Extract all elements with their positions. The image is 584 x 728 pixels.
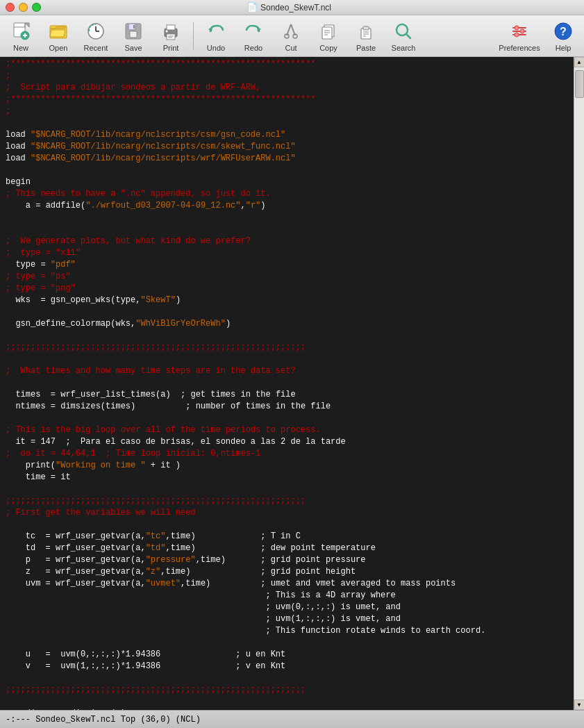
preferences-button[interactable]: Preferences: [495, 17, 544, 55]
redo-icon: [242, 20, 265, 42]
new-icon: [10, 20, 32, 42]
separator-1: [193, 22, 194, 50]
search-label: Search: [392, 44, 416, 52]
recent-button[interactable]: Recent: [78, 17, 114, 55]
scrollbar-up-button[interactable]: ▲: [574, 57, 585, 67]
save-label: Save: [124, 44, 142, 52]
cut-button[interactable]: Cut: [273, 17, 309, 55]
redo-button[interactable]: Redo: [235, 17, 272, 55]
svg-marker-2: [25, 23, 29, 27]
editor-content[interactable]: ;***************************************…: [0, 57, 574, 710]
svg-line-38: [406, 34, 410, 38]
svg-rect-13: [130, 31, 137, 38]
open-label: Open: [49, 44, 68, 52]
svg-text:?: ?: [560, 26, 567, 38]
scrollbar-thumb[interactable]: [575, 70, 584, 98]
svg-point-42: [515, 26, 519, 30]
window-title: 📄 Sondeo_SkewT.ncl: [247, 2, 331, 13]
recent-icon: [85, 20, 107, 42]
copy-label: Copy: [319, 44, 337, 52]
open-icon: [47, 20, 69, 42]
cut-label: Cut: [285, 44, 297, 52]
save-button[interactable]: Save: [115, 17, 151, 55]
scrollbar[interactable]: ▲ ▼: [574, 57, 584, 710]
search-button[interactable]: Search: [385, 17, 422, 55]
status-bar: -:--- Sondeo_SkewT.ncl Top (36,0) (NCL): [0, 710, 584, 728]
copy-icon: [317, 20, 340, 42]
undo-label: Undo: [207, 44, 225, 52]
close-button[interactable]: [6, 3, 15, 12]
scrollbar-down-button[interactable]: ▼: [574, 700, 585, 710]
status-text: -:--- Sondeo_SkewT.ncl Top (36,0) (NCL): [6, 715, 201, 725]
svg-rect-33: [363, 26, 369, 30]
svg-rect-16: [167, 25, 175, 30]
open-button[interactable]: Open: [40, 17, 76, 55]
svg-rect-14: [133, 25, 135, 28]
window-controls[interactable]: [6, 3, 41, 12]
preferences-icon: [508, 20, 531, 42]
preferences-label: Preferences: [499, 44, 540, 52]
new-button[interactable]: New: [3, 17, 39, 55]
undo-button[interactable]: Undo: [198, 17, 234, 55]
new-label: New: [13, 44, 28, 52]
print-label: Print: [163, 44, 179, 52]
copy-button[interactable]: Copy: [310, 17, 347, 55]
search-icon: [392, 20, 415, 42]
help-label: Help: [556, 44, 572, 52]
svg-point-43: [520, 29, 524, 33]
undo-icon: [205, 20, 227, 42]
redo-label: Redo: [244, 44, 262, 52]
svg-point-20: [166, 30, 168, 32]
svg-point-44: [515, 33, 519, 37]
help-icon: ?: [552, 20, 574, 42]
print-button[interactable]: Print: [153, 17, 189, 55]
recent-label: Recent: [84, 44, 108, 52]
print-icon: [160, 20, 182, 42]
cut-icon: [280, 20, 302, 42]
save-icon: [122, 20, 144, 42]
paste-label: Paste: [356, 44, 376, 52]
minimize-button[interactable]: [19, 3, 28, 12]
paste-button[interactable]: Paste: [348, 17, 384, 55]
editor-container: ;***************************************…: [0, 57, 584, 710]
maximize-button[interactable]: [32, 3, 41, 12]
editor-text[interactable]: ;***************************************…: [0, 57, 574, 710]
svg-rect-17: [167, 34, 175, 40]
toolbar: New Open Recent: [0, 15, 584, 57]
title-bar: 📄 Sondeo_SkewT.ncl: [0, 0, 584, 15]
scrollbar-track[interactable]: [574, 67, 584, 700]
help-button[interactable]: ? Help: [545, 17, 581, 55]
paste-icon: [355, 20, 377, 42]
